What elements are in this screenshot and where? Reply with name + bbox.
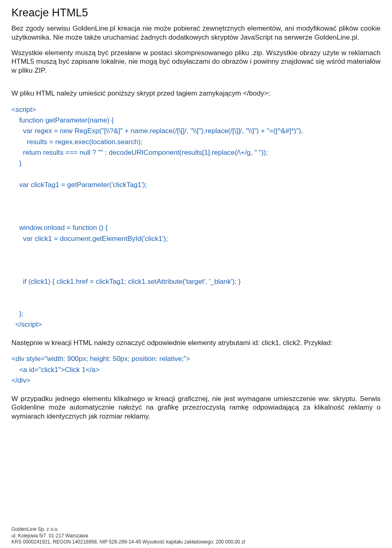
page-title: Kreacje HTML5 — [11, 7, 381, 19]
footer-address: ul. Kolejowa 5/7 01-217 Warszawa — [11, 533, 245, 539]
paragraph-id-lead: Następnie w kreacji HTML należy oznaczyć… — [11, 339, 381, 348]
page-footer: GoldenLine Sp. z o.o. ul. Kolejowa 5/7 0… — [11, 526, 245, 546]
code-block-div-example: <div style="width: 900px; height: 50px; … — [11, 354, 381, 386]
footer-company: GoldenLine Sp. z o.o. — [11, 526, 245, 533]
code-block-script: <script> function getParameter(name) { v… — [11, 105, 381, 330]
paragraph-final: W przypadku jednego elementu klikalnego … — [11, 394, 381, 421]
paragraph-intro-2: Wszystkie elementy muszą być przesłane w… — [11, 49, 381, 75]
paragraph-intro-1: Bez zgody serwisu GoldenLine.pl kreacja … — [11, 24, 381, 42]
document-page: Kreacje HTML5 Bez zgody serwisu GoldenLi… — [0, 0, 392, 548]
paragraph-script-lead: W pliku HTML należy umieścić poniższy sk… — [11, 89, 381, 98]
footer-legal: KRS 0000241921, REGON 140216958, NIP 526… — [11, 539, 245, 546]
